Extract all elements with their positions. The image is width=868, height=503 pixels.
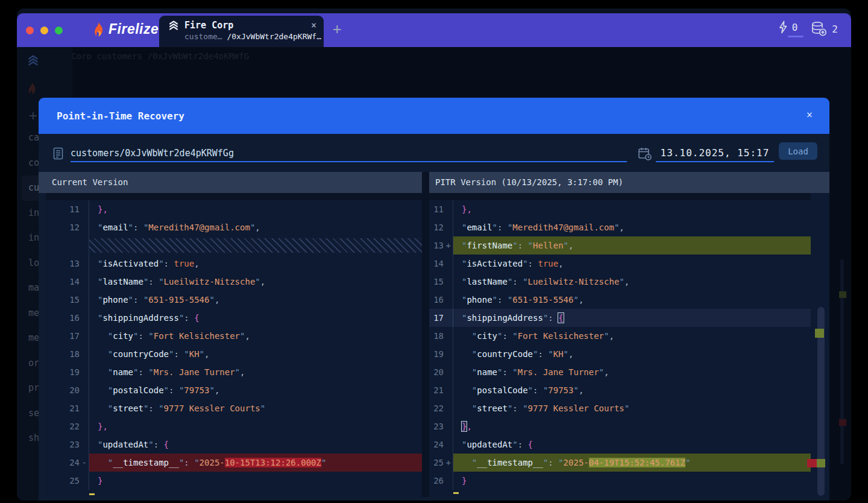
code-line[interactable]: 11}, [46,200,422,218]
code-line[interactable]: 21 "street": "9777 Kessler Courts" [46,399,422,417]
tab-title: Fire Corp [184,20,306,31]
close-icon[interactable]: × [807,109,813,121]
line-number: 22 [46,417,89,435]
line-number: 20 [46,381,89,399]
diff-marker-added [815,329,824,338]
code-line[interactable]: 15"phone": "651-915-5546", [46,291,422,309]
load-button[interactable]: Load [779,142,817,160]
modal-header: Point-in-Time Recovery × [39,98,829,134]
scroll-shadow [429,193,811,200]
line-number: 12 [46,218,89,236]
code-line[interactable]: 11}, [429,200,811,218]
minimize-window-button[interactable] [40,27,48,34]
new-tab-button[interactable]: + [333,21,341,37]
code-line[interactable]: 20 "name": "Mrs. Jane Turner", [429,363,811,381]
panel-headers: Current Version PITR Version (10/13/2025… [39,172,829,193]
modal-footer: Cancel Recover Doc [39,497,829,501]
line-number: 13 [46,255,89,273]
line-number: 24- [46,454,89,472]
document-path-input[interactable]: customers/0xJvWbWtr2de4pKRWfGg [71,144,627,162]
code-line[interactable]: 17 "city": "Fort Kelsichester", [46,327,422,345]
title-bar: Firelize Fire Corp × custome… /0xJvWbWtr… [17,13,851,47]
lightning-bolt-icon [778,21,788,34]
tab-close-icon[interactable]: × [311,20,316,31]
code-line[interactable]: 13+"firstName": "Hellen", [429,236,811,255]
calendar-clock-icon [638,147,652,161]
app-logo: Firelize [93,21,159,37]
current-version-header: Current Version [39,172,422,193]
code-line[interactable]: 22}, [46,417,422,435]
recovery-controls: customers/0xJvWbWtr2de4pKRWfGg 13.10.202… [39,134,829,172]
document-icon [53,147,63,160]
code-line[interactable]: 23"updatedAt": { [46,435,422,454]
code-line[interactable]: 13"isActivated": true, [46,255,422,273]
scroll-shadow [46,193,422,200]
line-number: 15 [429,273,453,291]
line-number: 14 [46,273,89,291]
write-count: 2 [832,24,838,35]
code-line[interactable]: 24- "__timestamp__": "2025-10-15T13:12:2… [46,454,422,472]
realtime-listeners-indicator[interactable]: 0 [778,21,798,37]
line-number: 19 [46,363,89,381]
pitr-version-panel: 11},12"email": "Meredith47@gmail.com",13… [429,193,811,497]
datetime-input[interactable]: 13.10.2025, 15:17 [656,144,774,162]
code-line[interactable]: 19 "countryCode": "KH", [429,345,811,363]
code-line[interactable]: 26} [429,472,811,490]
app-name: Firelize [108,21,159,37]
close-window-button[interactable] [26,27,34,34]
app-background: Fire Corp customers /0xJvWbWtr2de4pKRWfG… [17,47,851,501]
line-number: 19 [429,345,453,363]
code-line[interactable]: 12"email": "Meredith47@gmail.com", [46,218,422,236]
line-number: 23 [429,417,453,435]
code-line[interactable]: 16"shippingAddress": { [46,309,422,327]
diff-marker-removed [807,459,817,467]
line-number: 17 [429,309,453,327]
line-number: 16 [46,309,89,327]
code-line[interactable]: 22 "street": "9777 Kessler Courts" [429,399,811,417]
code-line[interactable]: 19 "name": "Mrs. Jane Turner", [46,363,422,381]
pitr-modal: Point-in-Time Recovery × customers/0xJvW… [39,98,829,501]
line-number [46,236,89,255]
code-line[interactable]: 12"email": "Meredith47@gmail.com", [429,218,811,236]
diff-marker-added [817,459,825,467]
code-line[interactable]: 23}, [429,417,811,435]
maximize-window-button[interactable] [55,27,63,34]
code-line[interactable]: 16"phone": "651-915-5546", [429,291,811,309]
partial-highlight-left [89,493,95,495]
line-number: 18 [46,345,89,363]
panel-divider [422,172,429,497]
line-number: 25+ [429,454,453,472]
partial-highlight-right [453,492,459,494]
line-number: 25 [46,472,89,490]
tab-fire-corp[interactable]: Fire Corp × custome… /0xJvWbWtr2de4pKRWf… [159,16,324,47]
line-number: 13+ [429,236,453,255]
code-line[interactable]: 14"isActivated": true, [429,255,811,273]
line-number: 14 [429,255,453,273]
code-line[interactable]: 18 "countryCode": "KH", [46,345,422,363]
line-number: 11 [46,200,89,218]
code-line[interactable]: 25} [46,472,422,490]
app-window: Firelize Fire Corp × custome… /0xJvWbWtr… [17,8,851,501]
window-controls [26,27,63,34]
database-add-icon [811,21,828,37]
line-number: 12 [429,218,453,236]
database-writes-indicator[interactable]: 2 [811,21,838,37]
line-number: 16 [429,291,453,309]
code-line[interactable]: 20 "postalCode": "79753", [46,381,422,399]
code-line[interactable]: 18 "city": "Fort Kelsichester", [429,327,811,345]
line-number: 20 [429,363,453,381]
code-line[interactable]: 24"updatedAt": { [429,435,811,454]
code-line[interactable]: 15"lastName": "Lueilwitz-Nitzsche", [429,273,811,291]
code-line[interactable]: 21 "postalCode": "79753", [429,381,811,399]
line-number: 23 [46,435,89,454]
line-number: 26 [429,472,453,490]
line-number: 15 [46,291,89,309]
code-line[interactable]: 25+ "__timestamp__": "2025-04-19T15:52:4… [429,454,811,472]
line-number: 17 [46,327,89,345]
line-number: 21 [429,381,453,399]
code-line[interactable]: 14"lastName": "Lueilwitz-Nitzsche", [46,273,422,291]
line-number: 21 [46,399,89,417]
code-line[interactable] [46,236,422,255]
line-number: 18 [429,327,453,345]
code-line[interactable]: 17"shippingAddress": { [429,309,811,327]
